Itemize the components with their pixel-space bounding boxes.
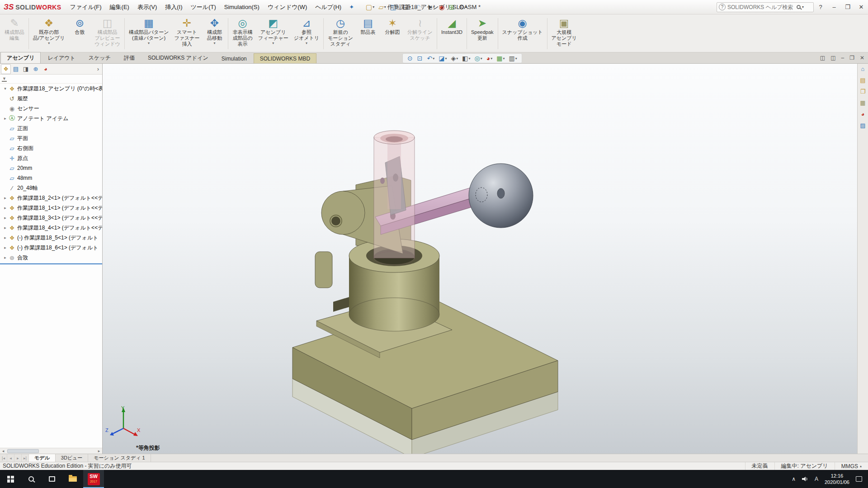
hide-show-items-button[interactable]: ◎▾ <box>473 54 484 62</box>
resources-home-icon[interactable]: ⌂ <box>861 66 865 73</box>
tree-item-component-18-5[interactable]: ▸❖(-) 作業課題18_5<1> (デフォルト <box>0 233 102 243</box>
tab-layout[interactable]: レイアウト <box>41 52 81 63</box>
view-palette-icon[interactable]: ▦ <box>860 99 865 107</box>
expand-arrow[interactable]: ▾ <box>2 86 8 91</box>
model-bracket-boss[interactable] <box>321 191 365 235</box>
file-explorer-icon[interactable]: ❐ <box>860 88 866 95</box>
tree-item-component-18-2[interactable]: ▸❖作業課題18_2<1> (デフォルト<<デ <box>0 193 102 203</box>
property-manager-tab[interactable]: ▤ <box>11 64 21 74</box>
expand-arrow[interactable]: ▸ <box>2 216 8 220</box>
dropdown-caret[interactable]: ▾ <box>213 41 215 45</box>
tab-solidworks-mbd[interactable]: SOLIDWORKS MBD <box>254 53 316 63</box>
design-library-icon[interactable]: ▤ <box>860 77 865 84</box>
tree-item-annotations[interactable]: ▸Ⓐアノテート アイテム <box>0 113 102 123</box>
expand-arrow[interactable]: ▸ <box>2 225 8 230</box>
menu-view[interactable]: 表示(V) <box>133 0 161 14</box>
insert-components-button[interactable]: ❖既存の部 品/アセンブリ▾ <box>30 15 67 52</box>
open-button[interactable]: ▱▾ <box>377 3 388 12</box>
zoom-fit-button[interactable]: ⊙ <box>406 54 415 62</box>
search-icon[interactable] <box>797 5 801 9</box>
apply-scene-button[interactable]: ▦▾ <box>495 54 506 62</box>
previous-view-button[interactable]: ↶▾ <box>425 54 436 62</box>
expand-arrow[interactable]: ▸ <box>2 235 8 240</box>
menu-help[interactable]: ヘルプ(H) <box>311 0 345 14</box>
tab-assembly[interactable]: アセンブリ <box>0 52 41 63</box>
tree-item-axis-20-48[interactable]: ∕20_48軸 <box>0 183 102 193</box>
tree-item-right-plane[interactable]: ▱右側面 <box>0 143 102 153</box>
tree-item-top-plane[interactable]: ▱平面 <box>0 133 102 143</box>
model-glass-cylinder[interactable] <box>374 137 415 258</box>
tab-scroll-first[interactable]: |◂ <box>0 454 7 462</box>
reference-geometry-button[interactable]: ⊿参照 ジオメトリ▾ <box>291 15 322 52</box>
taskbar-clock[interactable]: 12:16 2020/01/06 <box>821 470 853 488</box>
tab-scroll-right[interactable]: ▸ <box>14 454 22 462</box>
tree-item-sensors[interactable]: ◉センサー <box>0 103 102 113</box>
new-document-button[interactable]: ▢▾ <box>364 3 376 12</box>
dropdown-caret[interactable]: ▾ <box>148 41 150 45</box>
hidden-icons-chevron[interactable]: ∧ <box>788 470 799 488</box>
tile-window-icon[interactable]: ◫ <box>820 55 825 61</box>
tree-item-component-18-3[interactable]: ▸❖作業課題18_3<1> (デフォルト<<デ <box>0 213 102 223</box>
move-component-button[interactable]: ✥構成部 品移動▾ <box>202 15 226 52</box>
tab-motion-study-1[interactable]: モーション スタディ 1 <box>88 454 151 462</box>
tree-item-mates[interactable]: ▸⊚合致 <box>0 253 102 263</box>
tab-model[interactable]: モデル <box>29 454 56 462</box>
action-center-icon[interactable] <box>853 470 865 488</box>
tab-scroll-last[interactable]: ▸| <box>22 454 29 462</box>
dropdown-caret[interactable]: ▾ <box>272 41 274 45</box>
dimxpert-manager-tab[interactable]: ⊕ <box>31 64 41 74</box>
expand-arrow[interactable]: ▸ <box>2 116 8 121</box>
window-close-button[interactable]: ✕ <box>854 0 868 14</box>
task-view-button[interactable] <box>42 470 62 488</box>
exploded-view-button[interactable]: ✶分解図 <box>380 15 405 52</box>
tree-item-front-plane[interactable]: ▱正面 <box>0 123 102 133</box>
menu-simulation[interactable]: Simulation(S) <box>220 0 264 14</box>
window-maximize-button[interactable]: ❐ <box>841 0 854 14</box>
section-view-button[interactable]: ◪▾ <box>437 54 448 62</box>
panel-horizontal-scrollbar[interactable]: ◂ ▸ <box>0 448 102 454</box>
help-search-input[interactable] <box>727 4 795 10</box>
menu-insert[interactable]: 挿入(I) <box>161 0 186 14</box>
view-orientation-button[interactable]: ◈▾ <box>449 54 460 62</box>
tree-item-root-assembly[interactable]: ▾❖作業課題18_アセンブリ (0°の時<表示 <box>0 84 102 94</box>
units-selector[interactable]: MMGS▴ <box>835 462 868 470</box>
doc-minimize-icon[interactable]: – <box>841 55 844 61</box>
bill-of-materials-button[interactable]: ▤部品表 <box>356 15 380 52</box>
menu-tools[interactable]: ツール(T) <box>187 0 220 14</box>
panel-flyout-arrow[interactable]: › <box>95 66 101 72</box>
expand-arrow[interactable]: ▸ <box>2 245 8 250</box>
speedpak-update-button[interactable]: ➤Speedpak 更新 <box>468 15 496 52</box>
cascade-window-icon[interactable]: ◫ <box>830 55 835 61</box>
scroll-left-icon[interactable]: ◂ <box>0 449 6 453</box>
appearances-icon[interactable]: ◕ <box>861 111 865 118</box>
tab-scroll-left[interactable]: ◂ <box>7 454 14 462</box>
large-assembly-mode-button[interactable]: ▣大規模 アセンブリ モード <box>549 15 580 52</box>
caret[interactable]: ▾ <box>802 5 804 9</box>
doc-restore-icon[interactable]: ❐ <box>849 55 854 61</box>
assembly-features-button[interactable]: ◩アセンブリ フィーチャー▾ <box>255 15 291 52</box>
solidworks-taskbar-button[interactable]: SW2017 <box>83 470 104 488</box>
new-motion-study-button[interactable]: ◷新規の モーション スタディ <box>325 15 356 52</box>
show-hidden-components-button[interactable]: ◎非表示構 成部品の 表示 <box>230 15 255 52</box>
help-search-box[interactable]: ? ▾ <box>717 2 814 12</box>
dropdown-caret[interactable]: ▾ <box>48 41 50 45</box>
scroll-right-icon[interactable]: ▸ <box>96 449 102 453</box>
menu-file[interactable]: ファイル(F) <box>66 0 106 14</box>
tab-sketch[interactable]: スケッチ <box>82 52 117 63</box>
view-settings-button[interactable]: ▥▾ <box>507 54 519 62</box>
tree-item-history[interactable]: ↺履歴 <box>0 94 102 103</box>
help-button[interactable]: ? <box>814 0 827 14</box>
tree-item-component-18-6[interactable]: ▸❖(-) 作業課題18_6<1> (デフォルト <box>0 243 102 253</box>
custom-properties-icon[interactable]: ▨ <box>860 122 865 129</box>
display-manager-tab[interactable]: ◕ <box>41 64 51 74</box>
menu-edit[interactable]: 編集(E) <box>106 0 133 14</box>
dropdown-caret[interactable]: ▾ <box>306 41 307 45</box>
edit-appearance-button[interactable]: ◕▾ <box>485 54 494 62</box>
tree-item-component-18-1[interactable]: ▸❖作業課題18_1<1> (デフォルト<<デ <box>0 203 102 213</box>
model-side-tab[interactable] <box>315 252 332 288</box>
take-snapshot-button[interactable]: ◉スナップショット 作成 <box>500 15 546 52</box>
zoom-area-button[interactable]: ⊡ <box>415 54 425 62</box>
display-style-button[interactable]: ◧▾ <box>460 54 472 62</box>
tree-item-plane-48mm[interactable]: ▱48mm <box>0 173 102 183</box>
smart-fasteners-button[interactable]: ✛スマート ファスナー 挿入 <box>171 15 202 52</box>
